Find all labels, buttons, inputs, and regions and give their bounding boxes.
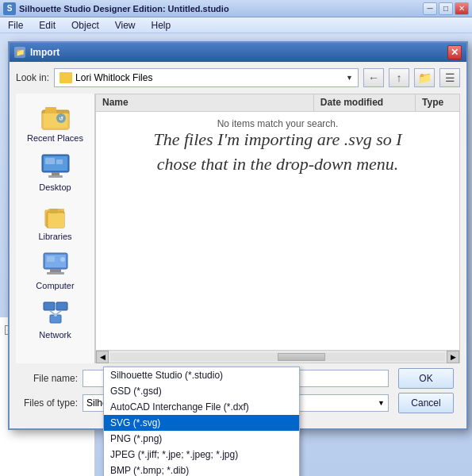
menu-file[interactable]: File bbox=[5, 20, 26, 31]
title-bar: S Silhouette Studio Designer Edition: Un… bbox=[0, 0, 472, 17]
scroll-right-button[interactable]: ▶ bbox=[447, 351, 459, 363]
nav-back-button[interactable]: ← bbox=[363, 68, 384, 87]
column-name-header[interactable]: Name bbox=[96, 94, 314, 111]
libraries-icon bbox=[40, 202, 71, 230]
dialog-title: Import bbox=[30, 47, 59, 58]
dropdown-option-gsd[interactable]: GSD (*.gsd) bbox=[104, 383, 299, 399]
sidebar-item-recent-places[interactable]: ↺ Recent Places bbox=[20, 100, 91, 146]
svg-rect-24 bbox=[56, 302, 67, 310]
svg-text:↺: ↺ bbox=[59, 116, 63, 121]
svg-rect-9 bbox=[48, 175, 63, 178]
sidebar-item-desktop-label: Desktop bbox=[39, 182, 71, 192]
dropdown-option-bmp[interactable]: BMP (*.bmp; *.dib) bbox=[104, 463, 299, 476]
svg-rect-23 bbox=[44, 302, 55, 310]
dropdown-option-png[interactable]: PNG (*.png) bbox=[104, 431, 299, 447]
svg-rect-15 bbox=[48, 213, 64, 228]
close-button[interactable]: ✕ bbox=[455, 2, 469, 15]
dialog-icon: 📁 bbox=[14, 47, 25, 58]
column-type-header[interactable]: Type bbox=[416, 94, 459, 111]
file-name-label: File name: bbox=[22, 373, 78, 384]
dialog-close-button[interactable]: ✕ bbox=[447, 45, 462, 60]
menu-bar: File Edit Object View Help bbox=[0, 17, 472, 33]
file-type-dropdown-menu[interactable]: Silhouette Studio (*.studio) GSD (*.gsd)… bbox=[103, 367, 300, 476]
scroll-track[interactable] bbox=[110, 353, 445, 361]
file-list-area: Name Date modified Type No items match y… bbox=[95, 94, 460, 363]
horizontal-scrollbar[interactable]: ◀ ▶ bbox=[96, 350, 459, 363]
minimize-button[interactable]: ─ bbox=[423, 2, 437, 15]
sidebar-item-computer[interactable]: Computer bbox=[20, 248, 91, 294]
svg-rect-11 bbox=[56, 159, 63, 164]
sidebar-item-desktop[interactable]: Desktop bbox=[20, 149, 91, 195]
menu-edit[interactable]: Edit bbox=[36, 20, 59, 31]
main-panel: ↺ Recent Places bbox=[16, 94, 460, 363]
scroll-thumb[interactable] bbox=[278, 353, 325, 361]
current-folder-label: Lori Whitlock Files bbox=[75, 72, 152, 83]
sidebar-item-libraries[interactable]: Libraries bbox=[20, 198, 91, 244]
dropdown-option-svg[interactable]: SVG (*.svg) bbox=[104, 415, 299, 431]
svg-point-22 bbox=[60, 257, 65, 262]
sidebar-item-recent-places-label: Recent Places bbox=[27, 133, 83, 143]
computer-icon bbox=[40, 251, 71, 279]
dialog-title-bar: 📁 Import ✕ bbox=[10, 43, 466, 62]
svg-rect-8 bbox=[52, 172, 59, 175]
maximize-button[interactable]: □ bbox=[439, 2, 453, 15]
svg-rect-16 bbox=[50, 209, 58, 213]
annotation-text: The files I'm importing are .svg so I ch… bbox=[151, 128, 405, 177]
dropdown-arrow-icon: ▼ bbox=[346, 74, 353, 82]
look-in-row: Look in: Lori Whitlock Files ▼ ← ↑ 📁 ☰ bbox=[16, 68, 460, 87]
window-title: Silhouette Studio Designer Edition: Unti… bbox=[19, 4, 423, 13]
menu-help[interactable]: Help bbox=[148, 20, 175, 31]
menu-object[interactable]: Object bbox=[68, 20, 102, 31]
desktop-icon bbox=[40, 152, 71, 181]
svg-point-28 bbox=[54, 313, 57, 317]
file-type-dropdown-arrow-icon: ▼ bbox=[378, 399, 385, 407]
dropdown-option-silhouette[interactable]: Silhouette Studio (*.studio) bbox=[104, 367, 299, 383]
svg-rect-21 bbox=[47, 256, 55, 262]
svg-rect-10 bbox=[45, 158, 55, 164]
sidebar-item-network-label: Network bbox=[39, 330, 71, 340]
nav-up-button[interactable]: ↑ bbox=[389, 68, 409, 87]
folder-icon bbox=[59, 72, 72, 83]
svg-rect-20 bbox=[47, 272, 64, 274]
column-date-header[interactable]: Date modified bbox=[314, 94, 416, 111]
import-dialog: 📁 Import ✕ Look in: Lori Whitlock Files … bbox=[8, 41, 468, 430]
sidebar-item-computer-label: Computer bbox=[36, 281, 74, 290]
sidebar-item-libraries-label: Libraries bbox=[38, 232, 71, 241]
look-in-label: Look in: bbox=[16, 72, 49, 83]
dropdown-option-dxf[interactable]: AutoCAD Interchange File (*.dxf) bbox=[104, 399, 299, 415]
ok-button[interactable]: OK bbox=[398, 368, 454, 389]
file-list-header: Name Date modified Type bbox=[96, 94, 459, 112]
file-type-label: Files of type: bbox=[22, 397, 78, 409]
dropdown-option-jpeg[interactable]: JPEG (*.jiff; *.jpe; *.jpeg; *.jpg) bbox=[104, 447, 299, 463]
nav-new-folder-button[interactable]: 📁 bbox=[414, 68, 435, 87]
svg-rect-19 bbox=[50, 269, 61, 272]
window-controls: ─ □ ✕ bbox=[423, 2, 469, 15]
places-sidebar: ↺ Recent Places bbox=[16, 94, 95, 363]
app-icon: S bbox=[3, 2, 16, 15]
nav-view-button[interactable]: ☰ bbox=[439, 68, 460, 87]
recent-places-icon: ↺ bbox=[40, 103, 71, 132]
look-in-dropdown[interactable]: Lori Whitlock Files ▼ bbox=[54, 68, 359, 87]
cancel-button[interactable]: Cancel bbox=[398, 393, 454, 413]
no-items-message: No items match your search. The files I'… bbox=[96, 112, 459, 350]
menu-view[interactable]: View bbox=[112, 20, 139, 31]
scroll-left-button[interactable]: ◀ bbox=[96, 351, 109, 363]
app-background: − Lori's Design 3D (5) Cards ( Gingerbr … bbox=[0, 33, 472, 476]
network-icon bbox=[40, 300, 71, 328]
sidebar-item-network[interactable]: Network bbox=[20, 297, 91, 343]
